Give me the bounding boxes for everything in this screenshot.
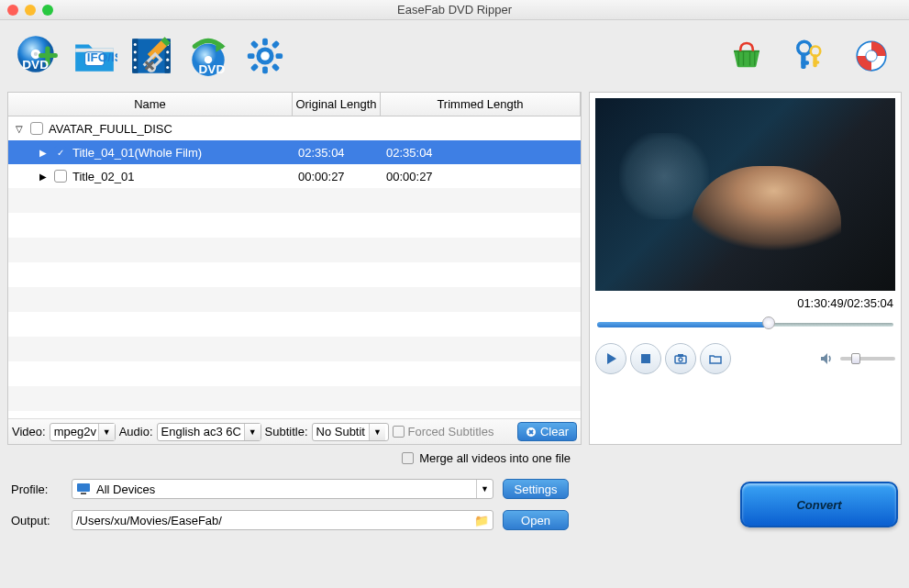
- preview-panel: 01:30:49/02:35:04: [589, 92, 902, 445]
- svg-rect-26: [248, 53, 255, 59]
- settings-gear-button[interactable]: [242, 33, 288, 79]
- title-name: Title_02_01: [72, 170, 134, 183]
- svg-rect-38: [813, 61, 819, 64]
- snapshot-button[interactable]: [665, 343, 696, 374]
- title-trimmed: 00:00:27: [381, 170, 581, 183]
- video-select[interactable]: mpeg2v▼: [50, 423, 116, 441]
- seek-slider[interactable]: [597, 319, 893, 328]
- disclosure-triangle-icon[interactable]: ▶: [39, 148, 49, 158]
- video-label: Video:: [12, 425, 46, 438]
- settings-button[interactable]: Settings: [503, 479, 569, 499]
- preview-time: 01:30:49/02:35:04: [595, 291, 895, 319]
- svg-point-16: [166, 50, 169, 53]
- title-table: Name Original Length Trimmed Length ▽ AV…: [7, 92, 582, 445]
- forced-subtitles-label: Forced Subtitles: [408, 425, 494, 438]
- preview-video[interactable]: [595, 98, 895, 291]
- svg-rect-42: [641, 354, 650, 363]
- svg-point-12: [134, 50, 137, 53]
- load-ifo-button[interactable]: IFO/ISO: [72, 33, 117, 79]
- title-name: Title_04_01(Whole Film): [72, 146, 202, 160]
- svg-point-17: [166, 59, 169, 61]
- disc-row[interactable]: ▽ AVATAR_FUULL_DISC: [8, 116, 581, 140]
- open-folder-button[interactable]: [700, 343, 731, 374]
- forced-subtitles-checkbox[interactable]: [393, 426, 405, 438]
- seek-thumb-icon[interactable]: [762, 316, 775, 329]
- title-original: 00:00:27: [293, 170, 381, 183]
- svg-text:DVD: DVD: [22, 58, 49, 72]
- track-options: Video: mpeg2v▼ Audio: English ac3 6C▼ Su…: [8, 418, 581, 444]
- svg-rect-44: [678, 354, 683, 357]
- clear-icon: [526, 427, 537, 438]
- disc-checkbox[interactable]: [30, 122, 43, 135]
- svg-rect-28: [250, 40, 259, 49]
- svg-point-45: [679, 358, 682, 361]
- title-trimmed: 02:35:04: [381, 146, 581, 160]
- subtitle-label: Subtitle:: [265, 425, 308, 438]
- svg-point-11: [134, 43, 137, 46]
- disc-name: AVATAR_FUULL_DISC: [49, 122, 172, 136]
- svg-rect-25: [262, 67, 268, 74]
- close-icon[interactable]: [7, 5, 18, 16]
- titlebar: EaseFab DVD Ripper: [0, 0, 909, 20]
- title-checkbox[interactable]: ✓: [54, 146, 67, 159]
- svg-rect-27: [276, 53, 283, 59]
- audio-label: Audio:: [119, 425, 153, 438]
- minimize-icon[interactable]: [25, 5, 36, 16]
- svg-point-13: [134, 59, 137, 61]
- help-button[interactable]: [848, 33, 894, 79]
- buy-button[interactable]: [724, 33, 770, 79]
- disc-convert-button[interactable]: DVD: [185, 33, 231, 79]
- svg-point-2: [34, 52, 38, 56]
- play-button[interactable]: [595, 343, 626, 374]
- svg-rect-46: [77, 483, 90, 492]
- audio-select[interactable]: English ac3 6C▼: [157, 423, 261, 441]
- volume-slider[interactable]: [840, 357, 895, 361]
- profile-label: Profile:: [11, 483, 62, 496]
- edit-button[interactable]: [128, 33, 174, 79]
- browse-folder-icon[interactable]: 📁: [474, 514, 489, 527]
- column-original-length[interactable]: Original Length: [293, 93, 381, 116]
- svg-point-33: [798, 41, 811, 54]
- svg-point-18: [166, 66, 169, 69]
- svg-rect-31: [250, 63, 259, 72]
- open-button[interactable]: Open: [503, 510, 569, 530]
- window-title: EaseFab DVD Ripper: [0, 3, 909, 17]
- svg-text:DVD: DVD: [199, 62, 226, 76]
- svg-point-40: [866, 50, 877, 61]
- disclosure-triangle-icon[interactable]: ▽: [16, 124, 25, 134]
- merge-label: Merge all videos into one file: [419, 451, 571, 465]
- disclosure-triangle-icon[interactable]: ▶: [39, 172, 49, 182]
- monitor-icon: [76, 483, 91, 495]
- load-dvd-button[interactable]: DVD: [15, 33, 61, 79]
- svg-rect-24: [262, 39, 268, 46]
- profile-select[interactable]: All Devices ▼: [72, 479, 493, 499]
- zoom-icon[interactable]: [42, 5, 53, 16]
- clear-button[interactable]: Clear: [517, 422, 577, 441]
- subtitle-select[interactable]: No Subtit▼: [312, 423, 389, 441]
- svg-text:IFO/ISO: IFO/ISO: [87, 50, 117, 64]
- merge-checkbox[interactable]: [402, 452, 414, 464]
- convert-button[interactable]: Convert: [740, 482, 898, 527]
- svg-point-32: [261, 51, 270, 61]
- svg-rect-29: [272, 63, 280, 72]
- title-row[interactable]: ▶ ✓ Title_04_01(Whole Film) 02:35:04 02:…: [8, 140, 581, 164]
- register-button[interactable]: [786, 33, 832, 79]
- title-row[interactable]: ▶ Title_02_01 00:00:27 00:00:27: [8, 164, 581, 188]
- toolbar: DVD IFO/ISO: [0, 20, 909, 92]
- column-trimmed-length[interactable]: Trimmed Length: [381, 93, 581, 116]
- svg-rect-30: [272, 40, 280, 49]
- svg-point-14: [134, 66, 137, 69]
- speaker-icon: [818, 350, 835, 367]
- title-checkbox[interactable]: [54, 170, 67, 183]
- svg-rect-43: [675, 356, 686, 363]
- svg-rect-35: [801, 61, 809, 64]
- svg-rect-47: [81, 493, 86, 494]
- output-field[interactable]: /Users/xu/Movies/EaseFab/ 📁: [72, 510, 493, 530]
- title-original: 02:35:04: [293, 146, 381, 160]
- column-name[interactable]: Name: [8, 93, 293, 116]
- output-label: Output:: [11, 514, 62, 527]
- stop-button[interactable]: [630, 343, 661, 374]
